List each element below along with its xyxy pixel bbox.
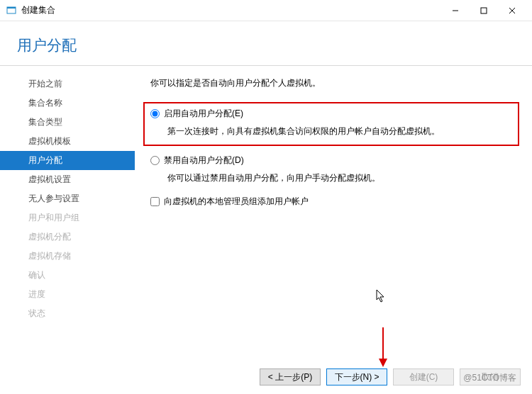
radio-disable-input[interactable] bbox=[150, 156, 160, 165]
window-controls bbox=[441, 1, 526, 21]
radio-enable-input[interactable] bbox=[150, 109, 160, 118]
checkbox-add-admin-label: 向虚拟机的本地管理员组添加用户帐户 bbox=[164, 196, 309, 208]
checkbox-add-admin[interactable]: 向虚拟机的本地管理员组添加用户帐户 bbox=[150, 196, 512, 208]
page-title: 用户分配 bbox=[17, 35, 532, 55]
svg-rect-1 bbox=[7, 7, 16, 9]
sidebar-item-progress: 进度 bbox=[0, 285, 135, 304]
maximize-button[interactable] bbox=[470, 1, 498, 21]
sidebar-item-vm-storage: 虚拟机存储 bbox=[0, 247, 135, 266]
enable-desc: 第一次连接时，向具有虚拟机集合访问权限的用户帐户自动分配虚拟机。 bbox=[150, 125, 512, 137]
annotation-arrow-icon bbox=[376, 326, 390, 368]
radio-enable-auto-assign[interactable]: 启用自动用户分配(E) bbox=[150, 108, 512, 120]
option-disable-auto-assign: 禁用自动用户分配(D) 你可以通过禁用自动用户分配，向用户手动分配虚拟机。 bbox=[150, 154, 512, 184]
radio-disable-label: 禁用自动用户分配(D) bbox=[164, 154, 244, 167]
sidebar-item-confirm: 确认 bbox=[0, 266, 135, 285]
main-panel: 你可以指定是否自动向用户分配个人虚拟机。 启用自动用户分配(E) 第一次连接时，… bbox=[135, 70, 532, 323]
sidebar-item-collection-name[interactable]: 集合名称 bbox=[0, 94, 135, 113]
sidebar: 开始之前 集合名称 集合类型 虚拟机模板 用户分配 虚拟机设置 无人参与设置 用… bbox=[0, 70, 135, 323]
radio-disable-auto-assign[interactable]: 禁用自动用户分配(D) bbox=[150, 154, 512, 167]
intro-text: 你可以指定是否自动向用户分配个人虚拟机。 bbox=[150, 77, 512, 89]
sidebar-item-vm-template[interactable]: 虚拟机模板 bbox=[0, 132, 135, 151]
titlebar: 创建集合 bbox=[0, 0, 532, 21]
sidebar-item-status: 状态 bbox=[0, 304, 135, 323]
sidebar-item-unattended-settings[interactable]: 无人参与设置 bbox=[0, 189, 135, 208]
sidebar-item-users-groups: 用户和用户组 bbox=[0, 208, 135, 227]
sidebar-item-vm-assignment: 虚拟机分配 bbox=[0, 227, 135, 247]
checkbox-add-admin-input[interactable] bbox=[150, 197, 160, 206]
sidebar-item-collection-type[interactable]: 集合类型 bbox=[0, 113, 135, 132]
disable-desc: 你可以通过禁用自动用户分配，向用户手动分配虚拟机。 bbox=[150, 172, 512, 184]
svg-rect-3 bbox=[481, 8, 487, 13]
window-title: 创建集合 bbox=[21, 4, 441, 16]
prev-button[interactable]: < 上一步(P) bbox=[260, 368, 321, 385]
create-button: 创建(C) bbox=[393, 368, 454, 385]
header: 用户分配 bbox=[0, 21, 532, 65]
option-enable-auto-assign: 启用自动用户分配(E) 第一次连接时，向具有虚拟机集合访问权限的用户帐户自动分配… bbox=[143, 102, 519, 146]
footer: < 上一步(P) 下一步(N) > 创建(C) 取消 bbox=[260, 368, 521, 385]
svg-marker-7 bbox=[379, 359, 387, 367]
app-icon bbox=[6, 5, 17, 16]
cancel-button: 取消 bbox=[460, 368, 521, 385]
sidebar-item-before-start[interactable]: 开始之前 bbox=[0, 74, 135, 94]
radio-enable-label: 启用自动用户分配(E) bbox=[164, 108, 243, 120]
minimize-button[interactable] bbox=[441, 1, 470, 21]
sidebar-item-user-assignment[interactable]: 用户分配 bbox=[0, 151, 135, 170]
content: 开始之前 集合名称 集合类型 虚拟机模板 用户分配 虚拟机设置 无人参与设置 用… bbox=[0, 66, 532, 323]
next-button[interactable]: 下一步(N) > bbox=[326, 368, 387, 385]
sidebar-item-vm-settings[interactable]: 虚拟机设置 bbox=[0, 170, 135, 189]
close-button[interactable] bbox=[498, 1, 526, 21]
option-admin-checkbox: 向虚拟机的本地管理员组添加用户帐户 bbox=[150, 196, 512, 208]
